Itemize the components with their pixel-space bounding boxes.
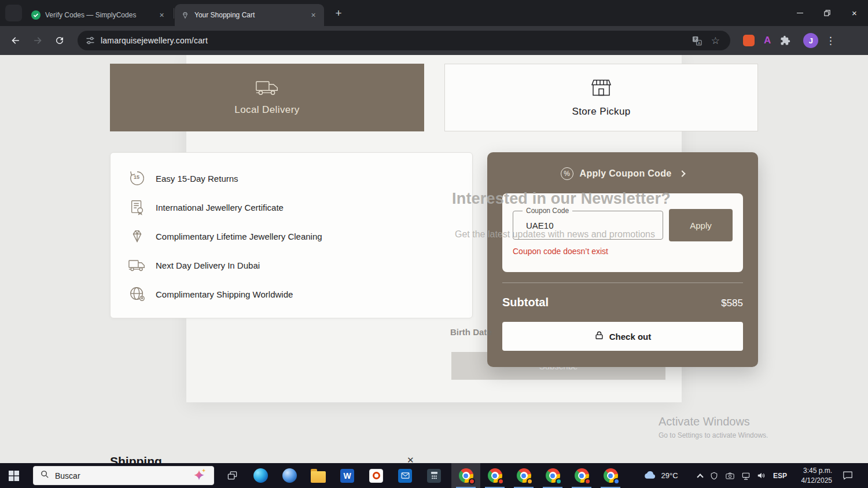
tab-title: Verify Codes — SimplyCodes <box>45 11 152 19</box>
cloud-icon <box>643 470 657 481</box>
features-card: 15 Easy 15-Day Returns International Jew… <box>110 152 473 318</box>
start-button[interactable] <box>0 463 28 488</box>
browser-tabstrip: Verify Codes — SimplyCodes × Your Shoppi… <box>0 0 868 26</box>
tray-shield-icon[interactable] <box>707 463 721 488</box>
task-view-button[interactable] <box>219 463 245 488</box>
tray-network-icon[interactable] <box>738 463 753 488</box>
local-delivery-label: Local Delivery <box>234 104 299 116</box>
diamond-icon <box>128 227 146 245</box>
store-pickup-label: Store Pickup <box>572 106 630 118</box>
new-tab-button[interactable]: + <box>331 6 346 21</box>
folder-icon <box>311 471 326 483</box>
chevron-right-icon <box>679 170 686 177</box>
cart-favicon-icon <box>181 10 190 20</box>
delivery-truck-icon <box>255 79 280 99</box>
taskbar-app-chrome-3[interactable] <box>509 463 538 488</box>
tray-camera-icon[interactable] <box>722 463 737 488</box>
coupon-field: Coupon Code <box>513 211 663 240</box>
local-delivery-button[interactable]: Local Delivery <box>110 64 424 131</box>
taskbar-app-edge[interactable] <box>246 463 275 488</box>
extension-a-icon[interactable]: A <box>764 35 771 46</box>
chrome-icon <box>604 468 618 483</box>
url-text: lamarquisejewellery.com/cart <box>101 36 208 45</box>
taskbar-app-calculator[interactable] <box>420 463 448 488</box>
coupon-form-card: Coupon Code Apply Coupon code doesn’t ex… <box>502 193 743 272</box>
clock[interactable]: 3:45 p.m. 4/12/2025 <box>792 463 833 488</box>
browser-logo[interactable] <box>5 5 22 21</box>
globe-shipping-icon <box>128 285 146 303</box>
tab-close-icon[interactable]: × <box>157 10 167 20</box>
copilot-icon[interactable] <box>193 468 207 484</box>
address-bar[interactable]: lamarquisejewellery.com/cart A ☆ <box>78 31 730 50</box>
feature-label: Easy 15-Day Returns <box>156 174 238 184</box>
checkout-button[interactable]: Check out <box>502 322 743 351</box>
apply-coupon-header[interactable]: % Apply Coupon Code <box>487 167 758 180</box>
taskbar-app-office[interactable] <box>362 463 391 488</box>
coupon-error-text: Coupon code doesn’t exist <box>513 247 608 256</box>
browser-menu-kebab-icon[interactable]: ⋮ <box>825 35 836 47</box>
forward-button[interactable] <box>28 31 47 50</box>
cart-summary-card: % Apply Coupon Code Coupon Code Apply Co… <box>487 152 758 367</box>
taskbar-app-chrome-1[interactable] <box>451 463 480 488</box>
taskbar-app-word[interactable]: W <box>333 463 362 488</box>
extension-shield-icon[interactable] <box>743 35 755 46</box>
taskbar-search[interactable]: Buscar <box>33 466 214 485</box>
taskbar-app-chrome-6[interactable] <box>596 463 625 488</box>
chevron-up-icon <box>697 474 703 480</box>
chrome-icon <box>575 468 589 483</box>
bookmark-star-icon[interactable]: ☆ <box>711 35 720 47</box>
tab-close-icon[interactable]: × <box>308 10 318 20</box>
action-center-button[interactable] <box>838 463 858 488</box>
weather-temp: 29°C <box>661 471 678 480</box>
tab-title: Your Shopping Cart <box>194 11 304 19</box>
search-icon <box>41 470 49 481</box>
close-icon[interactable]: ✕ <box>407 455 414 463</box>
taskbar-app-browser[interactable] <box>275 463 304 488</box>
window-controls: × <box>786 0 868 26</box>
window-restore-button[interactable] <box>814 0 841 26</box>
weather-widget[interactable]: 29°C <box>632 463 690 488</box>
blue-orb-icon <box>282 468 297 483</box>
profile-avatar[interactable]: J <box>803 33 818 48</box>
window-close-button[interactable]: × <box>841 0 868 26</box>
mail-icon <box>398 469 412 483</box>
taskbar-app-chrome-4[interactable] <box>538 463 567 488</box>
language-indicator[interactable]: ESP <box>771 463 789 488</box>
feature-row: Next Day Delivery In Dubai <box>128 251 472 280</box>
desktop: Verify Codes — SimplyCodes × Your Shoppi… <box>0 0 868 488</box>
taskbar-app-outlook[interactable] <box>391 463 420 488</box>
feature-label: Next Day Delivery In Dubai <box>156 260 260 270</box>
chrome-icon <box>488 468 502 483</box>
feature-label: International Jewellery Certificate <box>156 203 284 212</box>
chrome-icon <box>517 468 531 483</box>
chrome-icon <box>546 468 560 483</box>
translate-icon[interactable]: A <box>692 36 702 46</box>
apply-coupon-button[interactable]: Apply <box>669 209 733 241</box>
feature-label: Complimentary Shipping Worldwide <box>156 289 293 299</box>
site-settings-icon[interactable] <box>86 36 95 45</box>
taskbar-app-chrome-5[interactable] <box>567 463 596 488</box>
tab-shopping-cart[interactable]: Your Shopping Cart × <box>175 4 324 26</box>
checkout-label: Check out <box>609 332 652 342</box>
coupon-code-input[interactable] <box>513 211 663 239</box>
window-minimize-button[interactable] <box>786 0 814 26</box>
tray-expand-button[interactable] <box>694 463 706 488</box>
extensions-puzzle-icon[interactable] <box>780 35 790 46</box>
subtotal-value: $585 <box>721 298 743 309</box>
subtotal-label: Subtotal <box>502 296 549 309</box>
percent-icon: % <box>561 167 573 180</box>
browser-toolbar: lamarquisejewellery.com/cart A ☆ A J ⋮ <box>0 26 868 55</box>
activate-windows-watermark: Activate Windows Go to Settings to activ… <box>659 415 768 439</box>
reload-button[interactable] <box>50 31 69 50</box>
back-button[interactable] <box>6 31 25 50</box>
feature-row: International Jewellery Certificate <box>128 193 472 222</box>
tray-volume-icon[interactable] <box>753 463 768 488</box>
store-pickup-button[interactable]: Store Pickup <box>444 64 758 131</box>
taskbar-app-file-explorer[interactable] <box>304 463 333 488</box>
feature-row: Complimentary Lifetime Jewellery Cleanin… <box>128 222 472 251</box>
taskbar-app-chrome-2[interactable] <box>480 463 509 488</box>
tab-simplycodes[interactable]: Verify Codes — SimplyCodes × <box>25 4 172 26</box>
chrome-icon <box>459 468 473 483</box>
clock-date: 4/12/2025 <box>801 476 832 485</box>
search-placeholder: Buscar <box>55 471 187 480</box>
